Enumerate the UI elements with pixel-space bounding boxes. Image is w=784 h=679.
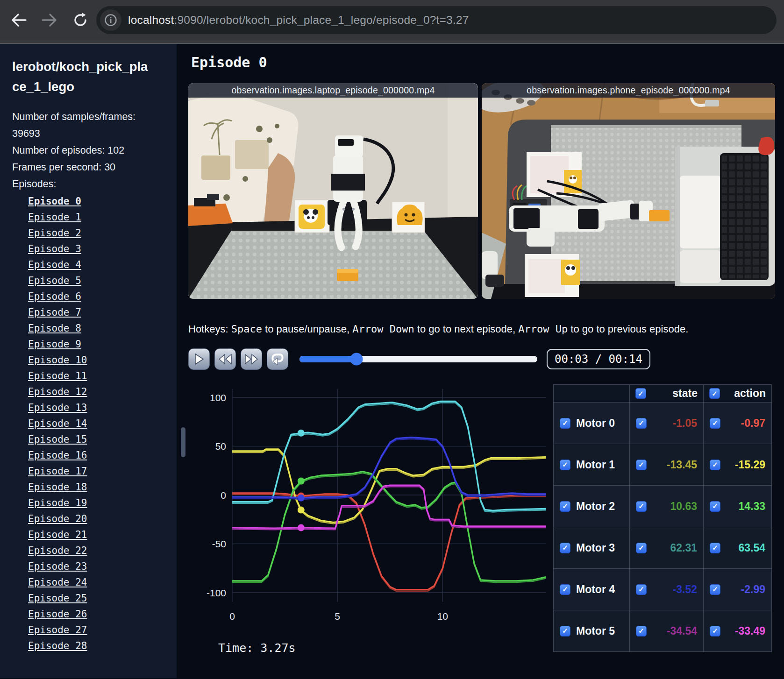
- episode-link[interactable]: Episode 12: [28, 386, 87, 397]
- motor-row-checkbox[interactable]: ✓: [560, 418, 570, 429]
- table-row: ✓Motor 2 ✓10.63 ✓14.33: [554, 486, 772, 527]
- episode-link[interactable]: Episode 7: [28, 307, 81, 318]
- episode-link[interactable]: Episode 2: [28, 227, 81, 239]
- motor-row-checkbox[interactable]: ✓: [560, 584, 570, 595]
- episode-list-item: Episode 24: [12, 575, 165, 591]
- episode-link[interactable]: Episode 26: [28, 608, 87, 620]
- episode-link[interactable]: Episode 24: [28, 577, 87, 588]
- reload-icon[interactable]: [71, 11, 90, 29]
- rewind-button[interactable]: [214, 348, 236, 370]
- episode-link[interactable]: Episode 3: [28, 243, 81, 255]
- motor-row-checkbox[interactable]: ✓: [560, 626, 570, 637]
- scrollbar-thumb[interactable]: [181, 427, 185, 457]
- state-value-checkbox[interactable]: ✓: [636, 584, 647, 595]
- main-content: Episode 0: [177, 44, 784, 678]
- action-value: -2.99: [741, 583, 765, 596]
- episode-link[interactable]: Episode 8: [28, 323, 81, 334]
- episode-list-item: Episode 19: [12, 495, 165, 511]
- state-value-checkbox[interactable]: ✓: [636, 460, 647, 470]
- episode-link[interactable]: Episode 22: [28, 545, 87, 556]
- rewind-icon: [218, 354, 232, 365]
- svg-text:5: 5: [335, 611, 340, 622]
- episode-link[interactable]: Episode 27: [28, 624, 87, 636]
- svg-text:0: 0: [221, 490, 226, 501]
- episode-link[interactable]: Episode 9: [28, 339, 81, 350]
- episode-link[interactable]: Episode 4: [28, 259, 81, 270]
- state-value-checkbox[interactable]: ✓: [636, 626, 647, 637]
- motor-row-checkbox[interactable]: ✓: [560, 501, 570, 512]
- video-phone-frame: [482, 83, 775, 299]
- back-icon[interactable]: [9, 11, 28, 29]
- state-value: 10.63: [670, 500, 697, 513]
- episode-link[interactable]: Episode 25: [28, 593, 87, 604]
- episode-link[interactable]: Episode 15: [28, 434, 87, 445]
- action-value-checkbox[interactable]: ✓: [710, 584, 720, 595]
- info-icon[interactable]: [100, 9, 121, 31]
- action-value-checkbox[interactable]: ✓: [710, 501, 720, 512]
- seek-slider[interactable]: [299, 356, 537, 362]
- episode-list-item: Episode 12: [12, 384, 165, 400]
- state-value-checkbox[interactable]: ✓: [636, 543, 647, 553]
- state-value: -34.54: [667, 625, 697, 637]
- play-button[interactable]: [188, 348, 210, 370]
- state-value-checkbox[interactable]: ✓: [636, 501, 647, 512]
- episode-link[interactable]: Episode 23: [28, 561, 87, 572]
- motor-label: Motor 1: [576, 459, 615, 471]
- episode-list-item: Episode 7: [12, 305, 165, 321]
- episode-link[interactable]: Episode 19: [28, 497, 87, 509]
- stat-episodes: Number of episodes: 102: [12, 142, 148, 159]
- video-laptop[interactable]: observation.images.laptop_episode_000000…: [188, 83, 478, 299]
- episode-link[interactable]: Episode 11: [28, 370, 87, 382]
- video-phone[interactable]: observation.images.phone_episode_000000.…: [482, 83, 775, 299]
- motor-row-checkbox[interactable]: ✓: [560, 460, 570, 470]
- state-value-checkbox[interactable]: ✓: [636, 418, 647, 429]
- episode-link[interactable]: Episode 10: [28, 354, 87, 366]
- sidebar: lerobot/koch_pick_place_1_lego Number of…: [0, 44, 177, 678]
- action-value-checkbox[interactable]: ✓: [710, 418, 720, 429]
- episode-link[interactable]: Episode 28: [28, 640, 87, 651]
- loop-button[interactable]: [267, 348, 288, 370]
- video-label-laptop: observation.images.laptop_episode_000000…: [188, 83, 478, 98]
- episode-link[interactable]: Episode 21: [28, 529, 87, 540]
- action-value-checkbox[interactable]: ✓: [710, 626, 720, 637]
- episode-link[interactable]: Episode 18: [28, 481, 87, 493]
- fast-forward-button[interactable]: [241, 348, 262, 370]
- episode-link[interactable]: Episode 1: [28, 212, 81, 223]
- action-column-checkbox[interactable]: ✓: [709, 388, 720, 399]
- motor-table-block: ✓state ✓action ✓Motor 0 ✓-1.05 ✓-0.97 ✓M…: [553, 384, 772, 652]
- episode-link[interactable]: Episode 17: [28, 466, 87, 477]
- hotkey-space: Space: [231, 323, 262, 335]
- episode-list-item: Episode 14: [12, 416, 165, 432]
- episode-link[interactable]: Episode 20: [28, 513, 87, 524]
- svg-text:100: 100: [210, 392, 226, 403]
- episode-list-item: Episode 16: [12, 448, 165, 464]
- url-bar[interactable]: localhost:9090/lerobot/koch_pick_place_1…: [96, 6, 777, 34]
- motor-row-checkbox[interactable]: ✓: [560, 543, 570, 553]
- episode-link[interactable]: Episode 16: [28, 450, 87, 461]
- forward-icon[interactable]: [40, 11, 59, 29]
- episode-link[interactable]: Episode 13: [28, 402, 87, 413]
- video-label-phone: observation.images.phone_episode_000000.…: [482, 83, 775, 98]
- episode-link[interactable]: Episode 5: [28, 275, 81, 286]
- motor-chart[interactable]: 100500-50-1000510: [188, 382, 549, 630]
- action-value: 14.33: [738, 500, 765, 513]
- episode-link[interactable]: Episode 0: [28, 196, 81, 207]
- state-value: -1.05: [673, 417, 697, 430]
- motor-label: Motor 5: [576, 625, 615, 637]
- video-laptop-frame: [188, 83, 478, 299]
- slider-thumb[interactable]: [350, 353, 363, 366]
- action-value: -0.97: [741, 417, 765, 430]
- episode-list-item: Episode 0: [12, 194, 165, 210]
- episode-link[interactable]: Episode 14: [28, 418, 87, 429]
- action-value-checkbox[interactable]: ✓: [710, 543, 720, 553]
- episode-list-item: Episode 15: [12, 432, 165, 448]
- action-value-checkbox[interactable]: ✓: [710, 460, 720, 470]
- dataset-title: lerobot/koch_pick_place_1_lego: [12, 57, 152, 97]
- episode-list-item: Episode 5: [12, 273, 165, 289]
- episode-list-item: Episode 23: [12, 559, 165, 575]
- episode-link[interactable]: Episode 6: [28, 291, 81, 302]
- playback-controls: 00:03 / 00:14: [188, 348, 784, 370]
- episode-list-item: Episode 2: [12, 226, 165, 241]
- motor-label: Motor 4: [576, 583, 615, 596]
- state-column-checkbox[interactable]: ✓: [635, 388, 646, 399]
